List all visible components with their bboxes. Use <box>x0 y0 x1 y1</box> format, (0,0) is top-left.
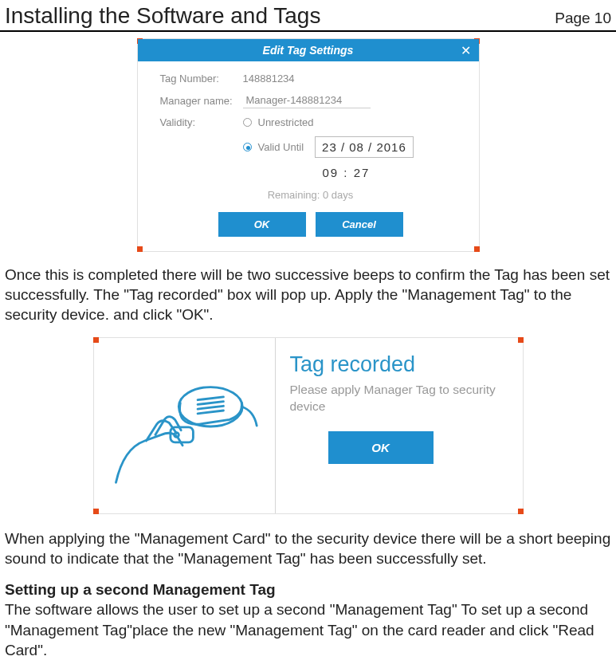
svg-line-1 <box>198 397 223 400</box>
label-tag-number: Tag Number: <box>160 73 243 84</box>
date-field[interactable]: 23 / 08 / 2016 <box>315 136 414 158</box>
paragraph-3: The software allows the user to set up a… <box>0 599 616 667</box>
time-field[interactable]: 09 : 27 <box>243 164 461 184</box>
dialog-title-text: Edit Tag Settings <box>263 44 354 57</box>
figure-tag-recorded: Tag recorded Please apply Manager Tag to… <box>93 337 524 514</box>
paragraph-2: When applying the "Management Card" to t… <box>0 525 616 576</box>
tag-recorded-subtitle: Please apply Manager Tag to security dev… <box>290 382 512 415</box>
option-valid-until: Valid Until <box>258 141 304 153</box>
figure-edit-tag-settings: Edit Tag Settings ✕ Tag Number: 14888123… <box>137 38 480 252</box>
page-header: Installing the Software and Tags Page 10 <box>0 0 616 32</box>
paragraph-1: Once this is completed there will be two… <box>0 261 616 332</box>
close-icon[interactable]: ✕ <box>461 43 471 58</box>
dialog-titlebar: Edit Tag Settings ✕ <box>138 39 479 61</box>
ok-button[interactable]: OK <box>218 212 306 237</box>
radio-valid-until[interactable] <box>243 143 252 151</box>
page-number: Page 10 <box>555 10 611 27</box>
heading-second-tag: Setting up a second Management Tag <box>0 576 616 599</box>
dialog-body: Tag Number: 148881234 Manager name: Vali… <box>138 61 479 251</box>
input-manager-name[interactable] <box>243 92 371 108</box>
svg-line-4 <box>198 411 223 414</box>
tag-recorded-ok-button[interactable]: OK <box>328 431 434 464</box>
label-manager-name: Manager name: <box>160 95 243 107</box>
tag-recorded-pane: Tag recorded Please apply Manager Tag to… <box>276 338 523 513</box>
remaining-text: Remaining: 0 days <box>160 184 461 209</box>
value-tag-number: 148881234 <box>243 73 295 84</box>
hand-illustration <box>94 338 276 513</box>
hand-apply-tag-icon <box>108 362 260 489</box>
radio-unrestricted[interactable] <box>243 118 252 127</box>
tag-recorded-title: Tag recorded <box>290 352 512 377</box>
cancel-button[interactable]: Cancel <box>316 212 403 237</box>
option-unrestricted: Unrestricted <box>258 116 314 128</box>
svg-line-2 <box>198 402 223 405</box>
label-validity: Validity: <box>160 116 243 128</box>
svg-line-3 <box>198 407 223 410</box>
page-title: Installing the Software and Tags <box>5 3 320 29</box>
